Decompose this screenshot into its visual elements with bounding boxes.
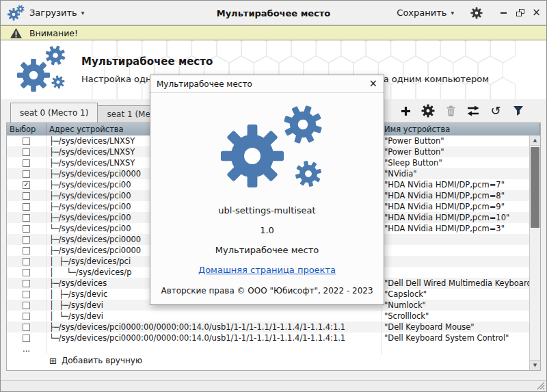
device-address-cell: │ └─/sys/devi	[46, 311, 382, 322]
app-logo-icon	[199, 99, 336, 201]
row-checkbox[interactable]: ✓	[23, 181, 30, 189]
select-cell	[7, 245, 46, 256]
page-title: Мультирабочее место	[81, 55, 489, 68]
row-checkbox[interactable]	[23, 192, 30, 200]
row-checkbox[interactable]	[23, 159, 30, 167]
row-checkbox[interactable]	[23, 313, 30, 320]
add-device-button[interactable]	[397, 103, 414, 119]
dialog-title: Мультирабочее место	[157, 79, 252, 89]
save-button[interactable]: Сохранить ▾	[392, 5, 458, 20]
device-name-cell: "Scrolllock"	[382, 311, 540, 322]
row-checkbox[interactable]	[23, 247, 30, 254]
load-button[interactable]: Загрузить ▾	[25, 5, 88, 20]
window-title: Мультирабочее место	[217, 8, 331, 18]
row-checkbox[interactable]	[23, 335, 30, 342]
device-name-cell: "Dell Keyboard Mouse"	[382, 322, 540, 332]
device-name-cell: "HDA NVidia HDMI/DP,pcm=3"	[382, 223, 540, 234]
dialog-close-button[interactable]: ×	[369, 79, 377, 89]
column-header-select[interactable]: Выбор	[7, 123, 46, 135]
close-button[interactable]: ×	[532, 8, 541, 17]
device-toolbar: ↺	[397, 103, 527, 119]
maximize-button[interactable]	[516, 8, 524, 17]
device-name-cell: "Power Button"	[382, 146, 540, 157]
app-window: Загрузить ▾ Мультирабочее место Сохранит…	[0, 0, 547, 392]
row-checkbox[interactable]	[23, 225, 30, 233]
select-cell	[7, 190, 46, 201]
select-cell	[7, 223, 46, 234]
device-name-cell: "NVidia"	[382, 168, 540, 179]
table-row[interactable]: ├─/sys/devices/pci0000:00/0000:00:14.0/u…	[7, 322, 540, 332]
select-cell	[7, 256, 46, 267]
swap-arrows-icon	[466, 105, 480, 116]
undo-icon: ↺	[490, 105, 501, 117]
app-id: ubl-settings-multiseat	[150, 205, 384, 215]
homepage-link[interactable]: Домашняя страница проекта	[198, 265, 336, 275]
row-checkbox[interactable]	[23, 324, 30, 331]
select-cell	[7, 300, 46, 311]
select-cell	[7, 135, 46, 146]
device-name-cell	[382, 245, 540, 256]
device-name-cell: "Power Button"	[382, 135, 540, 146]
ellipsis-row: ...	[7, 343, 540, 354]
about-dialog: Мультирабочее место × ubl-settings-multi…	[150, 75, 384, 305]
column-header-name[interactable]: Имя устройства	[382, 123, 540, 135]
row-checkbox[interactable]	[23, 148, 30, 156]
warning-banner: Внимание!	[1, 25, 546, 40]
table-row[interactable]: └─/sys/devices/pci0000:00/0000:00:14.0/u…	[7, 332, 540, 343]
device-name-cell: "Capslock"	[382, 289, 540, 300]
device-name-cell: "HDA NVidia HDMI/DP,pcm=9"	[382, 201, 540, 212]
titlebar-right: Сохранить ▾ ×	[392, 5, 541, 21]
delete-device-button[interactable]	[442, 103, 459, 119]
device-address-cell: ├─/sys/devices/pci0000:00/0000:00:14.0/u…	[46, 322, 382, 332]
scroll-thumb[interactable]	[531, 147, 539, 228]
scroll-down-button[interactable]: ▼	[530, 360, 540, 370]
table-row[interactable]: │ └─/sys/devi"Scrolllock"	[7, 311, 540, 322]
select-cell	[7, 278, 46, 289]
tab-seat0[interactable]: seat 0 (Место 1)	[10, 103, 98, 122]
device-name-cell	[382, 267, 540, 278]
select-cell	[7, 168, 46, 179]
app-name: Мультирабочее место	[150, 245, 384, 255]
row-checkbox[interactable]	[23, 170, 30, 178]
save-button-label: Сохранить	[397, 8, 446, 18]
ellipsis-address-cell	[46, 343, 382, 354]
row-checkbox[interactable]	[23, 138, 30, 145]
select-cell	[7, 157, 46, 168]
select-cell	[7, 289, 46, 300]
select-cell	[7, 322, 46, 332]
row-checkbox[interactable]	[23, 291, 30, 298]
row-checkbox[interactable]	[23, 236, 30, 244]
filter-button[interactable]	[509, 103, 527, 119]
device-name-cell: "HDA NVidia HDMI/DP,pcm=8"	[382, 190, 540, 201]
device-name-cell: "Numlock"	[382, 300, 540, 311]
plus-icon	[401, 106, 411, 116]
filter-icon	[513, 105, 524, 116]
select-cell	[7, 311, 46, 322]
app-logo-icon	[12, 42, 69, 99]
row-checkbox[interactable]	[23, 269, 30, 276]
gear-icon	[470, 7, 483, 19]
device-name-cell: "HDA NVidia HDMI/DP,pcm=7"	[382, 179, 540, 190]
chevron-down-icon: ▾	[81, 10, 85, 16]
resize-grip[interactable]	[536, 381, 545, 390]
row-checkbox[interactable]	[23, 203, 30, 211]
row-checkbox[interactable]	[23, 258, 30, 265]
scroll-up-button[interactable]: ▲	[530, 135, 540, 146]
titlebar: Загрузить ▾ Мультирабочее место Сохранит…	[1, 1, 546, 25]
select-cell	[7, 201, 46, 212]
device-settings-button[interactable]	[419, 103, 437, 119]
minimize-button[interactable]	[499, 8, 508, 17]
device-name-cell: "HDA NVidia HDMI/DP,pcm=10"	[382, 212, 540, 223]
row-checkbox[interactable]	[23, 214, 30, 222]
row-checkbox[interactable]	[23, 302, 30, 309]
swap-seat-button[interactable]	[464, 103, 482, 119]
load-button-label: Загрузить	[29, 8, 77, 18]
add-manual-row[interactable]: ⊞ Добавить вручную	[7, 354, 540, 367]
device-name-cell: "Sleep Button"	[382, 157, 540, 168]
device-name-cell: "Dell Keyboard System Control"	[382, 332, 540, 343]
restore-icon	[516, 9, 524, 16]
vertical-scrollbar[interactable]: ▲ ▼	[529, 135, 540, 370]
settings-button[interactable]	[469, 5, 484, 21]
reset-button[interactable]: ↺	[487, 103, 505, 119]
row-checkbox[interactable]	[23, 280, 30, 287]
